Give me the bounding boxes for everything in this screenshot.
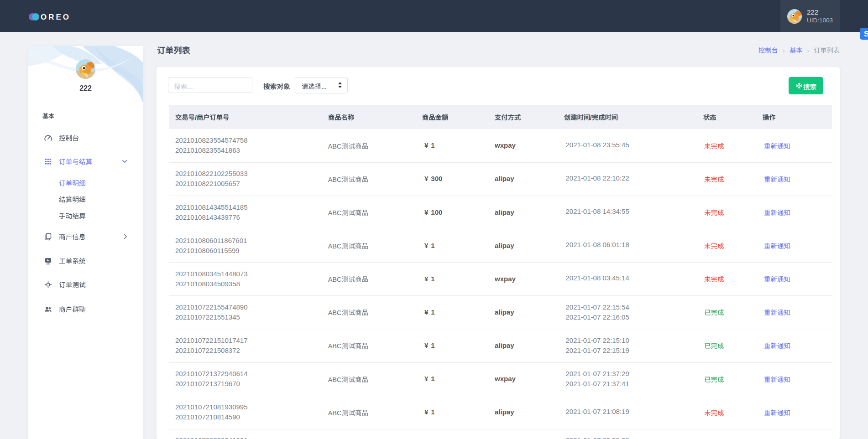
svg-text:S: S — [864, 30, 868, 38]
